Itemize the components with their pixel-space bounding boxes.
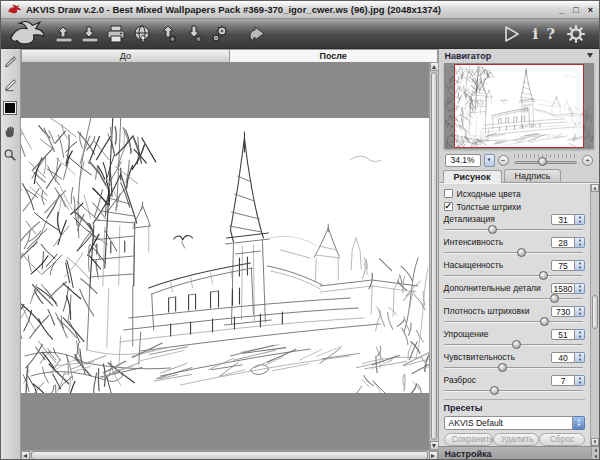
preset-button-0[interactable]: Сохранить xyxy=(444,433,493,446)
image-canvas[interactable] xyxy=(21,62,429,450)
zoom-in-button[interactable]: + xyxy=(582,155,593,166)
panel-scroll-thumb[interactable] xyxy=(592,295,598,329)
undo-arrow-icon[interactable] xyxy=(245,21,271,47)
param-value-4[interactable]: 730 xyxy=(551,306,575,317)
param-group-0: Детализация31 xyxy=(444,213,585,236)
zoom-slider[interactable] xyxy=(514,154,577,166)
param-spinner-0[interactable] xyxy=(575,214,585,225)
param-handle-7[interactable] xyxy=(490,386,499,395)
vscroll-thumb[interactable] xyxy=(431,72,437,440)
redo-arrow-icon[interactable] xyxy=(271,21,297,47)
param-spinner-6[interactable] xyxy=(575,352,585,363)
canvas-vertical-scrollbar[interactable] xyxy=(429,62,438,450)
zoom-dropdown-button[interactable] xyxy=(484,154,495,167)
param-track-0[interactable] xyxy=(444,229,583,231)
param-label-4: Плотность штриховки xyxy=(444,306,551,316)
param-track-3[interactable] xyxy=(444,298,583,300)
sketch-image[interactable] xyxy=(21,118,429,393)
param-spinner-5[interactable] xyxy=(575,329,585,340)
checkbox-0[interactable] xyxy=(444,189,453,198)
tab-before[interactable]: До xyxy=(21,49,230,62)
hscroll-thumb[interactable] xyxy=(31,451,428,460)
param-label-0: Детализация xyxy=(444,214,551,224)
print-icon[interactable] xyxy=(103,21,129,47)
param-value-0[interactable]: 31 xyxy=(551,214,575,225)
maximize-button[interactable]: □ xyxy=(573,5,578,15)
param-handle-4[interactable] xyxy=(540,317,549,326)
upload-settings-icon[interactable] xyxy=(155,21,181,47)
download-settings-icon[interactable] xyxy=(181,21,207,47)
canvas-horizontal-scrollbar[interactable] xyxy=(21,450,438,460)
close-button[interactable]: × xyxy=(588,5,593,15)
color-swatch-black[interactable] xyxy=(3,101,17,115)
eraser-pencil-tool-icon[interactable] xyxy=(3,78,17,92)
param-spinner-4[interactable] xyxy=(575,306,585,317)
param-track-4[interactable] xyxy=(444,321,583,323)
zoom-slider-handle[interactable] xyxy=(538,157,547,166)
help-icon[interactable]: ? xyxy=(546,26,555,42)
panel-scroll-up[interactable] xyxy=(591,184,599,192)
settings-mini-scrollbar[interactable] xyxy=(591,447,599,460)
navigator-title: Навигатор xyxy=(445,51,492,61)
param-spinner-1[interactable] xyxy=(575,237,585,248)
save-image-icon[interactable] xyxy=(77,21,103,47)
preset-button-2[interactable]: Сброс xyxy=(539,433,585,446)
param-value-3[interactable]: 1580 xyxy=(551,283,575,294)
presets-title: Пресеты xyxy=(444,402,585,414)
hand-tool-icon[interactable] xyxy=(3,124,17,139)
panel-scrollbar[interactable] xyxy=(590,184,599,446)
checkbox-1[interactable] xyxy=(444,202,453,211)
run-icon[interactable] xyxy=(499,21,525,47)
parameters-panel: Исходные цветаТолстые штрихиДетализация3… xyxy=(439,183,599,446)
param-spinner-7[interactable] xyxy=(575,375,585,386)
navigator-thumbnail[interactable] xyxy=(444,63,594,149)
preset-button-1[interactable]: Удалить xyxy=(493,433,539,446)
main-toolbar: i ? xyxy=(1,19,599,49)
param-spinner-2[interactable] xyxy=(575,260,585,271)
param-handle-2[interactable] xyxy=(539,271,548,280)
open-image-icon[interactable] xyxy=(51,21,77,47)
akvis-bird-logo-icon[interactable] xyxy=(7,20,47,48)
left-tool-strip xyxy=(1,49,21,460)
import-from-web-icon[interactable] xyxy=(129,21,155,47)
tab-drawing[interactable]: Рисунок xyxy=(443,170,502,183)
preferences-gear-icon[interactable] xyxy=(563,21,589,47)
param-track-2[interactable] xyxy=(444,275,583,277)
minimize-button[interactable]: _ xyxy=(559,5,564,15)
param-spinner-3[interactable] xyxy=(575,283,585,294)
panel-scroll-down[interactable] xyxy=(591,438,599,446)
zoom-controls: 34.1% − + xyxy=(439,151,599,169)
navigator-header[interactable]: Навигатор xyxy=(439,49,599,62)
info-icon[interactable]: i xyxy=(533,26,539,42)
tab-text[interactable]: Надпись xyxy=(504,169,562,182)
param-handle-1[interactable] xyxy=(517,248,526,257)
zoom-value-field[interactable]: 34.1% xyxy=(445,154,481,167)
param-track-7[interactable] xyxy=(444,390,583,392)
navigator-view-frame[interactable] xyxy=(454,64,584,148)
param-label-7: Разброс xyxy=(444,375,551,385)
param-label-3: Дополнительные детали xyxy=(444,283,551,293)
param-value-5[interactable]: 51 xyxy=(551,329,575,340)
pencil-tool-icon[interactable] xyxy=(3,55,17,69)
param-handle-6[interactable] xyxy=(498,363,507,372)
zoom-tool-icon[interactable] xyxy=(3,148,17,162)
param-track-6[interactable] xyxy=(444,367,583,369)
settings-section-header[interactable]: Настройка xyxy=(439,446,599,460)
param-handle-3[interactable] xyxy=(550,294,559,303)
scroll-right-arrow[interactable] xyxy=(429,451,438,460)
param-handle-5[interactable] xyxy=(512,340,521,349)
tab-after[interactable]: После xyxy=(230,49,438,62)
param-label-2: Насыщенность xyxy=(444,260,551,270)
batch-processing-icon[interactable] xyxy=(207,21,233,47)
preset-dropdown[interactable]: AKVIS Default xyxy=(444,416,573,430)
param-handle-0[interactable] xyxy=(488,225,497,234)
param-value-2[interactable]: 75 xyxy=(551,260,575,271)
preset-spinner[interactable] xyxy=(573,416,585,430)
scroll-left-arrow[interactable] xyxy=(21,451,30,460)
param-value-6[interactable]: 40 xyxy=(551,352,575,363)
checkbox-label-1: Толстые штрихи xyxy=(457,202,522,212)
zoom-out-button[interactable]: − xyxy=(498,155,509,166)
param-value-1[interactable]: 28 xyxy=(551,237,575,248)
param-track-1[interactable] xyxy=(444,252,583,254)
param-value-7[interactable]: 7 xyxy=(551,375,575,386)
